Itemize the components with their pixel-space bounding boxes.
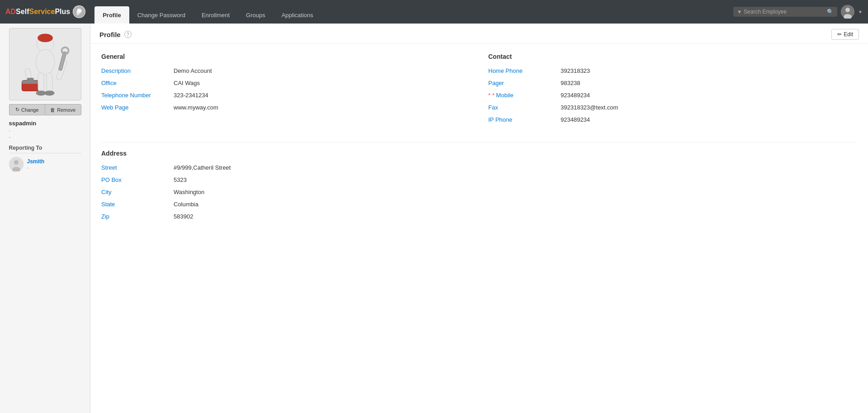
field-row: Pager983238 — [488, 80, 857, 86]
photo-actions: ↻ Change 🗑 Remove — [9, 104, 81, 115]
tab-change-password[interactable]: Change Password — [129, 6, 193, 24]
trash-icon: 🗑 — [50, 107, 55, 113]
contact-fields: Home Phone392318323Pager983238* Mobile92… — [488, 67, 857, 123]
field-value: CAI Wags — [174, 80, 200, 86]
content-area: Profile ? ✏ Edit General DescriptionDemo… — [90, 24, 868, 413]
field-label: Zip — [101, 213, 174, 220]
refresh-icon: ↻ — [15, 107, 19, 113]
svg-point-20 — [14, 160, 19, 165]
field-row: IP Phone923489234 — [488, 116, 857, 123]
field-label: Office — [101, 80, 174, 86]
edit-button[interactable]: ✏ Edit — [831, 29, 859, 40]
field-value: #9/999,Catheril Street — [174, 164, 231, 171]
user-caret-icon[interactable]: ▼ — [858, 9, 863, 14]
field-row: Street#9/999,Catheril Street — [101, 164, 857, 171]
header-right: ▼ 🔍 ▼ — [733, 5, 863, 19]
field-label: Street — [101, 164, 174, 171]
search-dropdown-icon[interactable]: ▼ — [737, 9, 742, 14]
reporting-name-sub: - — [27, 165, 45, 170]
reporting-title: Reporting To — [9, 145, 81, 153]
pencil-icon: ✏ — [837, 31, 842, 38]
general-section-title: General — [101, 53, 470, 60]
field-label: Fax — [488, 104, 561, 111]
user-sub2: - — [9, 134, 81, 139]
address-fields: Street#9/999,Catheril StreetPO Box5323Ci… — [101, 164, 857, 220]
field-label: Pager — [488, 80, 561, 86]
reporting-avatar — [9, 157, 24, 171]
field-label: Description — [101, 67, 174, 74]
contact-section-title: Contact — [488, 53, 857, 60]
field-value: 392318323 — [561, 67, 590, 74]
field-row: Web Pagewww.myway.com — [101, 104, 470, 111]
profile-title-row: Profile ? — [99, 31, 132, 38]
svg-point-18 — [44, 90, 55, 95]
field-label: Web Page — [101, 104, 174, 111]
sidebar: ↻ Change 🗑 Remove sspadmin - - Reporting… — [0, 24, 90, 413]
user-avatar[interactable] — [841, 5, 854, 19]
app-logo: ADSelfService Plus — [5, 5, 85, 18]
field-value: Washington — [174, 189, 204, 195]
profile-content: General DescriptionDemo AccountOfficeCAI… — [90, 44, 868, 234]
svg-point-3 — [845, 8, 850, 12]
logo-self: Self — [16, 8, 29, 16]
general-fields: DescriptionDemo AccountOfficeCAI WagsTel… — [101, 67, 470, 111]
main-layout: ↻ Change 🗑 Remove sspadmin - - Reporting… — [0, 24, 868, 413]
field-value: Demo Account — [174, 67, 212, 74]
svg-rect-16 — [46, 73, 52, 92]
nav-tabs: Profile Change Password Enrollment Group… — [94, 0, 733, 24]
section-divider — [101, 142, 857, 142]
address-section-title: Address — [101, 150, 857, 157]
field-row: Home Phone392318323 — [488, 67, 857, 74]
search-wrapper: ▼ 🔍 — [733, 7, 837, 17]
search-input[interactable] — [744, 9, 825, 15]
avatar-figure-svg — [16, 30, 75, 98]
user-photo — [9, 28, 81, 100]
reporting-name: Jsmith — [27, 158, 45, 165]
reporting-person-info: Jsmith - — [27, 158, 45, 170]
field-value: 923489234 — [561, 116, 590, 123]
field-value: 983238 — [561, 80, 580, 86]
remove-photo-button[interactable]: 🗑 Remove — [45, 104, 81, 115]
reporting-person: Jsmith - — [9, 157, 81, 171]
svg-point-7 — [36, 49, 54, 75]
help-icon[interactable]: ? — [124, 31, 132, 38]
field-label: Telephone Number — [101, 92, 174, 99]
svg-point-1 — [77, 9, 81, 13]
field-row: OfficeCAI Wags — [101, 80, 470, 86]
svg-point-6 — [38, 34, 53, 43]
tab-applications[interactable]: Applications — [274, 6, 321, 24]
field-value: 923489234 — [561, 92, 590, 99]
field-label: City — [101, 189, 174, 195]
tab-profile[interactable]: Profile — [94, 6, 129, 24]
field-row: CityWashington — [101, 189, 857, 195]
contact-section: Contact Home Phone392318323Pager983238* … — [488, 53, 857, 128]
field-value: 583902 — [174, 213, 193, 220]
field-label: Home Phone — [488, 67, 561, 74]
logo-ad: AD — [5, 8, 16, 16]
search-icon[interactable]: 🔍 — [827, 9, 834, 15]
field-value: 5323 — [174, 176, 187, 183]
svg-rect-11 — [27, 78, 33, 81]
profile-header: Profile ? ✏ Edit — [90, 24, 868, 44]
field-label: * Mobile — [488, 92, 561, 99]
logo-plus: Plus — [55, 8, 70, 16]
field-label: State — [101, 201, 174, 208]
profile-title: Profile — [99, 31, 121, 38]
address-section: Address Street#9/999,Catheril StreetPO B… — [101, 150, 857, 220]
field-value: 323-2341234 — [174, 92, 208, 99]
general-contact-sections: General DescriptionDemo AccountOfficeCAI… — [101, 53, 857, 128]
header: ADSelfService Plus Profile Change Passwo… — [0, 0, 868, 24]
field-row: Zip583902 — [101, 213, 857, 220]
general-section: General DescriptionDemo AccountOfficeCAI… — [101, 53, 470, 128]
tab-enrollment[interactable]: Enrollment — [193, 6, 238, 24]
tab-groups[interactable]: Groups — [238, 6, 274, 24]
logo-icon — [73, 5, 85, 18]
user-sub1: - — [9, 128, 81, 133]
field-row: PO Box5323 — [101, 176, 857, 183]
field-value: www.myway.com — [174, 104, 218, 111]
change-photo-button[interactable]: ↻ Change — [9, 104, 45, 115]
field-row: * Mobile923489234 — [488, 92, 857, 99]
field-value: 392318323@text.com — [561, 104, 618, 111]
field-row: Fax392318323@text.com — [488, 104, 857, 111]
username-display: sspadmin — [9, 120, 81, 127]
